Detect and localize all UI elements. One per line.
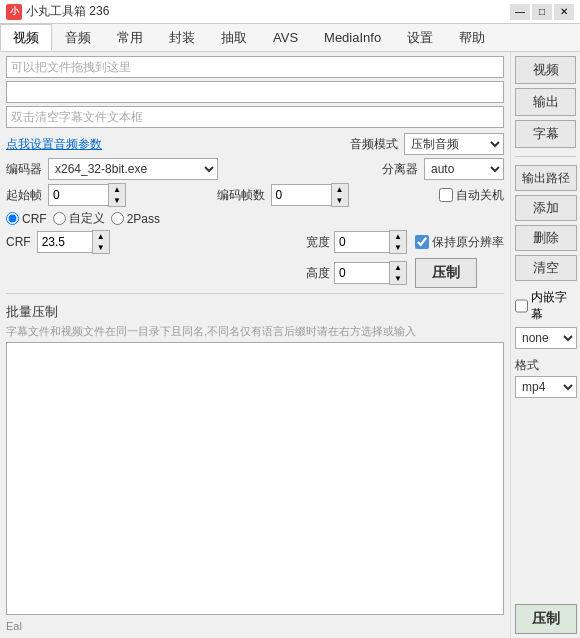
embed-subtitle-checkbox[interactable] [515,299,528,313]
encoder-select[interactable]: x264_32-8bit.exe x264_64-8bit.exe x265 [48,158,218,180]
batch-hint: 字幕文件和视频文件在同一目录下且同名,不同名仅有语言后缀时请在右方选择或输入 [6,324,504,339]
separator-label: 分离器 [382,161,418,178]
crf-radio[interactable] [6,212,19,225]
output-file-drop[interactable] [6,81,504,103]
audio-mode-label: 音频模式 [350,136,398,153]
start-frame-up[interactable]: ▲ [109,184,125,195]
video-right-button[interactable]: 视频 [515,56,576,84]
tab-pack[interactable]: 封装 [156,24,208,51]
batch-title: 批量压制 [6,303,58,321]
audio-settings-row: 点我设置音频参数 音频模式 压制音频 复制音频 无音频 [6,133,504,155]
format-select[interactable]: mp4 mkv flv [515,376,577,398]
twopass-radio-item[interactable]: 2Pass [111,212,160,226]
custom-radio[interactable] [53,212,66,225]
maximize-button[interactable]: □ [532,4,552,20]
batch-compress-button[interactable]: 压制 [515,604,577,634]
delete-button[interactable]: 删除 [515,225,577,251]
batch-hint-text: 字幕文件和视频文件在同一目录下且同名,不同名仅有语言后缀时请在右方选择或输入 [6,325,416,337]
crf-up[interactable]: ▲ [93,231,109,242]
crf-radio-label: CRF [22,212,47,226]
start-frame-spinner-btns: ▲ ▼ [108,183,126,207]
close-button[interactable]: ✕ [554,4,574,20]
custom-radio-item[interactable]: 自定义 [53,210,105,227]
menu-bar: 视频 音频 常用 封装 抽取 AVS MediaInfo 设置 帮助 [0,24,580,52]
add-button[interactable]: 添加 [515,195,577,221]
width-spinner-btns: ▲ ▼ [389,230,407,254]
audio-settings-link[interactable]: 点我设置音频参数 [6,136,102,153]
twopass-radio[interactable] [111,212,124,225]
start-frame-spinner: ▲ ▼ [48,183,126,207]
app-title: 小丸工具箱 236 [26,3,510,20]
subtitle-right-button[interactable]: 字幕 [515,120,576,148]
height-spinner-btns: ▲ ▼ [389,261,407,285]
start-frame-label: 起始帧 [6,187,42,204]
compress-button[interactable]: 压制 [415,258,477,288]
keep-aspect-checkbox[interactable] [415,235,429,249]
custom-radio-label: 自定义 [69,210,105,227]
divider [6,293,504,294]
encode-frames-spinner-btns: ▲ ▼ [331,183,349,207]
keep-aspect-check[interactable]: 保持原分辨率 [415,234,504,251]
encode-frames-label: 编码帧数 [217,187,265,204]
auto-shutdown-check[interactable]: 自动关机 [439,187,504,204]
tab-help[interactable]: 帮助 [446,24,498,51]
embed-subtitle-label: 内嵌字幕 [531,289,576,323]
tab-settings[interactable]: 设置 [394,24,446,51]
batch-title-row: 批量压制 [6,299,504,321]
tab-common[interactable]: 常用 [104,24,156,51]
embed-subtitle-select[interactable]: none ass srt [515,327,577,349]
height-down[interactable]: ▼ [390,273,406,284]
right-spacer [515,402,576,600]
crf-radio-item[interactable]: CRF [6,212,47,226]
auto-shutdown-label: 自动关机 [456,187,504,204]
clear-button[interactable]: 清空 [515,255,577,281]
start-frame-down[interactable]: ▼ [109,195,125,206]
crf-input[interactable] [37,231,92,253]
tab-audio[interactable]: 音频 [52,24,104,51]
crf-wh-row: CRF ▲ ▼ 宽度 ▲ [6,230,504,288]
height-up[interactable]: ▲ [390,262,406,273]
output-path-button[interactable]: 输出路径 [515,165,577,191]
start-frame-input[interactable] [48,184,108,206]
format-label: 格式 [515,357,576,374]
window-controls: — □ ✕ [510,4,574,20]
minimize-button[interactable]: — [510,4,530,20]
video-file-placeholder: 可以把文件拖拽到这里 [11,59,131,76]
width-spinner: ▲ ▼ [334,230,407,254]
crf-section: CRF ▲ ▼ [6,230,110,254]
encode-frames-input[interactable] [271,184,331,206]
output-right-button[interactable]: 输出 [515,88,576,116]
main-content: 可以把文件拖拽到这里 双击清空字幕文件文本框 点我设置音频参数 音频模式 压制音… [0,52,580,638]
footer: Eal [6,618,504,634]
subtitle-file-drop[interactable]: 双击清空字幕文件文本框 [6,106,504,128]
right-divider [515,156,576,157]
auto-shutdown-checkbox[interactable] [439,188,453,202]
batch-list[interactable] [6,342,504,615]
crf-spinner-btns: ▲ ▼ [92,230,110,254]
separator-select[interactable]: auto lavf ffms [424,158,504,180]
encode-frames-down[interactable]: ▼ [332,195,348,206]
embed-subtitle-check[interactable]: 内嵌字幕 [515,289,576,323]
encode-frames-up[interactable]: ▲ [332,184,348,195]
width-down[interactable]: ▼ [390,242,406,253]
frames-row: 起始帧 ▲ ▼ 编码帧数 ▲ ▼ 自动关机 [6,183,504,207]
tab-extract[interactable]: 抽取 [208,24,260,51]
height-label: 高度 [306,265,330,282]
tab-mediainfo[interactable]: MediaInfo [311,24,394,51]
video-file-drop[interactable]: 可以把文件拖拽到这里 [6,56,504,78]
width-up[interactable]: ▲ [390,231,406,242]
crf-label: CRF [6,235,31,249]
app-icon: 小 [6,4,22,20]
subtitle-file-placeholder: 双击清空字幕文件文本框 [11,109,143,126]
crf-down[interactable]: ▼ [93,242,109,253]
audio-mode-select[interactable]: 压制音频 复制音频 无音频 [404,133,504,155]
height-input[interactable] [334,262,389,284]
width-row: 宽度 ▲ ▼ 保持原分辨率 [306,230,504,254]
width-input[interactable] [334,231,389,253]
keep-aspect-label: 保持原分辨率 [432,234,504,251]
tab-video[interactable]: 视频 [0,24,52,51]
width-label: 宽度 [306,234,330,251]
tab-avs[interactable]: AVS [260,24,311,51]
encoder-row: 编码器 x264_32-8bit.exe x264_64-8bit.exe x2… [6,158,504,180]
right-panel: 视频 输出 字幕 输出路径 添加 删除 清空 内嵌字幕 none ass srt… [510,52,580,638]
